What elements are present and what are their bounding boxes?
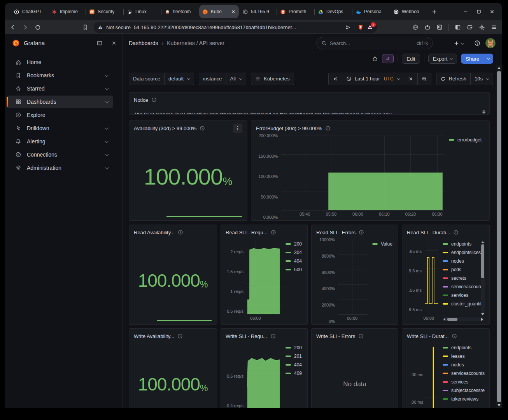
legend-item[interactable]: secrets — [443, 275, 484, 281]
datasource-picker[interactable]: Data source default — [129, 73, 194, 85]
legend-item[interactable]: 200 — [286, 345, 302, 350]
help-icon[interactable] — [474, 40, 480, 46]
vpn-globe-icon[interactable] — [412, 24, 419, 30]
grafana-logo-icon[interactable] — [12, 39, 20, 47]
instance-picker[interactable]: instance All — [199, 73, 246, 85]
minimize-button[interactable] — [463, 9, 468, 14]
legend-item[interactable]: services — [443, 379, 484, 385]
legend-item[interactable]: subjectaccessrev — [443, 388, 484, 393]
legend-item[interactable]: 404 — [286, 258, 302, 264]
time-range-button[interactable]: Last 1 hour UTC — [342, 73, 404, 85]
legend-item[interactable]: services — [443, 293, 484, 298]
panel-title[interactable]: Read Availability... — [134, 230, 175, 235]
browser-tab-persona[interactable]: Persona — [352, 5, 390, 18]
sidebar-item-explore[interactable]: Explore — [7, 109, 113, 121]
panel-menu-button[interactable] — [233, 124, 242, 133]
kubernetes-links-button[interactable]: Kubernetes — [251, 73, 294, 85]
legend-item[interactable]: 304 — [286, 250, 302, 255]
panel-title[interactable]: Write SLI - Requ... — [226, 333, 267, 339]
dock-menu-icon[interactable] — [96, 40, 103, 46]
info-icon[interactable] — [358, 333, 364, 339]
info-icon[interactable] — [325, 125, 331, 131]
legend-item[interactable]: endpoints — [443, 345, 484, 350]
panel-title[interactable]: Notice — [134, 97, 148, 103]
refresh-interval-button[interactable]: 10s — [470, 73, 493, 85]
search-input[interactable]: Search... ctrl+k — [316, 37, 433, 49]
browser-tab-fleetcom[interactable]: fleetcom — [161, 5, 199, 18]
leo-ai-icon[interactable] — [479, 24, 485, 30]
page-scrollbar[interactable] — [496, 65, 502, 408]
chevron-down-icon[interactable] — [105, 86, 109, 90]
share-button[interactable]: Share — [461, 54, 484, 64]
legend-item[interactable]: serviceaccount — [443, 284, 484, 289]
plot-area[interactable] — [247, 343, 281, 408]
legend-item[interactable]: 409 — [286, 371, 302, 376]
chevron-down-icon[interactable] — [105, 99, 109, 103]
panel-toggle-button[interactable] — [382, 54, 394, 63]
browser-tab-security[interactable]: Security — [86, 5, 123, 18]
notice-scroll-icon[interactable] — [482, 110, 485, 114]
sidebar-item-drilldown[interactable]: Drilldown — [7, 122, 113, 134]
sidebar-item-starred[interactable]: Starred — [7, 82, 113, 95]
sidebar-item-dashboards[interactable]: Dashboards — [7, 96, 113, 108]
info-icon[interactable] — [359, 230, 364, 235]
sidebar-item-alerting[interactable]: Alerting — [7, 135, 113, 148]
edit-button[interactable]: Edit — [402, 54, 420, 64]
close-window-button[interactable] — [489, 9, 495, 14]
reload-button[interactable] — [35, 24, 41, 30]
legend-item[interactable]: errorbudget — [449, 137, 484, 143]
side-panel-icon[interactable] — [455, 24, 461, 30]
browser-tab-kube[interactable]: Kube — [199, 5, 239, 18]
plot-area[interactable] — [426, 343, 438, 408]
star-dashboard-icon[interactable] — [372, 56, 378, 62]
maximize-button[interactable] — [476, 9, 482, 14]
legend-scrollbar[interactable] — [481, 240, 485, 316]
chevron-down-icon[interactable] — [105, 166, 109, 169]
legend-item[interactable]: 201 — [286, 354, 302, 359]
sidebar-item-bookmarks[interactable]: Bookmarks — [7, 69, 113, 82]
legend-item[interactable]: endpoints — [443, 241, 484, 247]
export-button[interactable]: Export — [428, 54, 457, 64]
browser-tab-impleme[interactable]: Impleme — [48, 5, 86, 18]
info-icon[interactable] — [452, 333, 457, 339]
time-shift-back-button[interactable] — [329, 73, 342, 85]
panel-title[interactable]: Write SLI - Durat... — [407, 333, 448, 339]
legend-item[interactable]: leases — [443, 354, 484, 359]
forward-button[interactable] — [22, 24, 28, 30]
refresh-button[interactable]: Refresh — [436, 73, 471, 85]
time-shift-forward-button[interactable] — [404, 73, 417, 85]
back-button[interactable] — [10, 24, 16, 30]
new-tab-button[interactable] — [431, 9, 437, 15]
datasource-value[interactable]: default — [164, 73, 194, 85]
share-menu-button[interactable] — [484, 54, 493, 64]
legend-item[interactable]: nodes — [443, 362, 484, 368]
zoom-out-button[interactable] — [417, 73, 431, 85]
bookmark-icon[interactable] — [82, 24, 88, 30]
sidebar-item-connections[interactable]: Connections — [7, 148, 113, 161]
panel-title[interactable]: Read SLI - Durati... — [407, 230, 450, 235]
plot-area[interactable] — [425, 240, 438, 314]
chevron-down-icon[interactable] — [105, 126, 109, 130]
browser-tab-linux[interactable]: Linux — [124, 5, 161, 18]
panel-title[interactable]: Availability (30d) > 99.000% — [134, 125, 196, 131]
chevron-down-icon[interactable] — [105, 73, 109, 77]
close-tab-icon[interactable] — [231, 9, 236, 14]
legend-item[interactable]: nodes — [443, 258, 484, 264]
legend-item[interactable]: pods — [443, 267, 484, 272]
info-icon[interactable] — [177, 333, 183, 339]
chevron-down-icon[interactable] — [105, 152, 109, 156]
avatar[interactable] — [485, 38, 496, 48]
horizontal-scrollbar[interactable] — [443, 317, 484, 321]
share-page-icon[interactable] — [345, 24, 351, 30]
wallet-icon[interactable] — [467, 24, 473, 30]
browser-menu-icon[interactable] — [491, 24, 497, 30]
browser-tab-54-165-9[interactable]: 54.165.9 — [239, 5, 277, 18]
legend-item[interactable]: tokenreviews — [443, 396, 484, 402]
panel-title[interactable]: Read SLI - Requ... — [226, 230, 268, 235]
close-menu-icon[interactable] — [111, 40, 117, 46]
legend-item[interactable]: cluster_quantile — [443, 301, 484, 307]
instance-value[interactable]: All — [226, 73, 246, 85]
legend-item[interactable]: 500 — [286, 267, 302, 272]
panel-title[interactable]: Write SLI - Errors — [316, 333, 355, 339]
add-new-button[interactable] — [454, 40, 464, 46]
